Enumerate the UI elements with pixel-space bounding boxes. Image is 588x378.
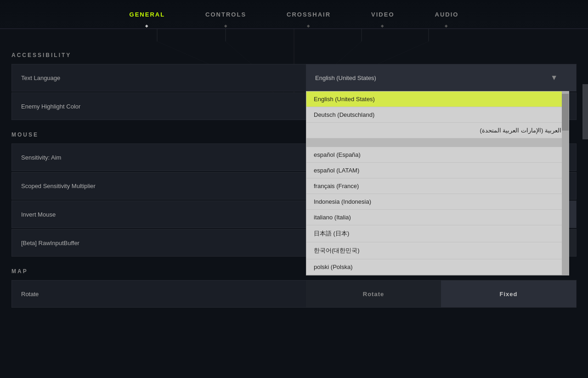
accessibility-header: ACCESSIBILITY <box>11 52 577 58</box>
nav-video[interactable]: VIDEO <box>369 7 396 22</box>
text-language-label: Text Language <box>12 74 306 81</box>
lang-en-us[interactable]: English (United States) <box>306 92 569 107</box>
nav-crosshair[interactable]: CROSSHAIR <box>285 7 333 22</box>
language-dropdown-button[interactable]: English (United States) ▼ <box>306 64 576 91</box>
map-fixed-button[interactable]: Fixed <box>441 281 576 307</box>
map-rotate-toggle: Rotate Fixed <box>306 281 576 307</box>
raw-input-label: [Beta] RawInputBuffer <box>12 240 306 246</box>
lang-separator <box>306 138 569 147</box>
sensitivity-aim-label: Sensitivity: Aim <box>12 154 306 161</box>
lang-pl-pl[interactable]: polski (Polska) <box>306 259 569 275</box>
map-rotate-row: Rotate Rotate Fixed <box>11 280 577 308</box>
page-scrollbar[interactable] <box>582 29 588 378</box>
lang-it-it[interactable]: italiano (Italia) <box>306 210 569 225</box>
language-dropdown-list[interactable]: English (United States) Deutsch (Deutsch… <box>306 91 569 275</box>
map-rotate-label: Rotate <box>12 291 306 298</box>
lang-id-id[interactable]: Indonesia (Indonesia) <box>306 194 569 210</box>
scoped-sensitivity-label: Scoped Sensitivity Multiplier <box>12 183 306 189</box>
top-navigation: GENERAL CONTROLS CROSSHAIR VIDEO AUDIO <box>0 0 588 29</box>
text-language-control: English (United States) ▼ English (Unite… <box>306 64 576 91</box>
language-dropdown[interactable]: English (United States) ▼ English (Unite… <box>306 64 576 91</box>
dropdown-scrollbar-thumb[interactable] <box>562 94 569 131</box>
lang-es-es[interactable]: español (España) <box>306 147 569 163</box>
text-language-row: Text Language English (United States) ▼ … <box>11 64 577 92</box>
map-rotate-button[interactable]: Rotate <box>306 281 441 307</box>
scrollbar-thumb[interactable] <box>582 84 588 139</box>
lang-ja-jp[interactable]: 日本語 (日本) <box>306 225 569 242</box>
lang-fr-fr[interactable]: français (France) <box>306 178 569 194</box>
lang-ko-kr[interactable]: 한국어(대한민국) <box>306 242 569 259</box>
dropdown-scrollbar[interactable] <box>562 92 569 275</box>
invert-mouse-label: Invert Mouse <box>12 211 306 218</box>
nav-general[interactable]: GENERAL <box>128 7 167 22</box>
dropdown-arrow-icon: ▼ <box>550 74 558 82</box>
nav-audio[interactable]: AUDIO <box>433 7 461 22</box>
map-rotate-control: Rotate Fixed <box>306 281 576 307</box>
nav-controls[interactable]: CONTROLS <box>204 7 248 22</box>
settings-content: ACCESSIBILITY Text Language English (Uni… <box>0 34 588 318</box>
lang-de-de[interactable]: Deutsch (Deutschland) <box>306 107 569 123</box>
lang-es-lat[interactable]: español (LATAM) <box>306 163 569 178</box>
lang-ar-ae[interactable]: العربية (الإمارات العربية المتحدة) <box>306 123 569 138</box>
enemy-highlight-label: Enemy Highlight Color <box>12 103 306 110</box>
